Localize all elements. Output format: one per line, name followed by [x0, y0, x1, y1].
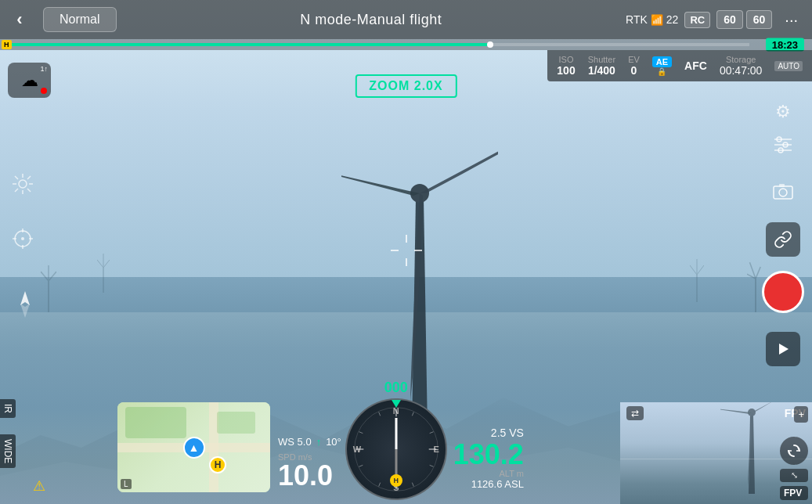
ae-badge: AE	[652, 56, 672, 67]
weather-widget[interactable]: ☁ 1↑	[8, 63, 51, 98]
top-bar: ‹ Normal N mode-Manual flight RTK 📶 22 R…	[0, 0, 812, 39]
map-drone-marker: ▲	[183, 437, 205, 459]
ws-label: WS 5.0	[278, 436, 312, 448]
timeline-track[interactable]: H	[8, 43, 749, 46]
svg-line-28	[27, 189, 31, 192]
map-home-marker: H	[209, 456, 226, 473]
alt-value: 130.2	[453, 441, 524, 469]
timer-badge: 18:23	[766, 38, 804, 52]
compass-dial: N S E W	[345, 398, 447, 500]
svg-line-29	[15, 189, 18, 192]
vertical-speed-row: 2.5 VS	[453, 427, 524, 439]
iso-label: ISO	[559, 55, 574, 64]
rc-label: RC	[690, 14, 705, 26]
iso-setting[interactable]: ISO 100	[557, 55, 575, 77]
map-l-badge: L	[121, 479, 132, 489]
bg-turbine-2	[97, 254, 110, 293]
svg-line-2	[41, 272, 49, 281]
compass-heading-display: 000	[384, 380, 408, 396]
bg-turbine-1	[41, 265, 56, 312]
filter-sliders-icon[interactable]	[773, 136, 793, 157]
svg-rect-47	[779, 184, 785, 187]
lock-icon: 🔒	[657, 67, 666, 76]
ae-setting[interactable]: AE 🔒	[652, 56, 672, 76]
altitude-display: 130.2 ALT m 1126.6 ASL	[453, 441, 524, 490]
north-arrow-indicator	[14, 290, 36, 322]
svg-line-58	[412, 483, 413, 487]
svg-line-27	[15, 176, 18, 179]
fpv-zoom-in-btn[interactable]: +	[794, 406, 808, 423]
wifi-off-icon: 📶	[651, 14, 663, 26]
fpv-expand-btn[interactable]: ⤡	[780, 469, 808, 482]
svg-line-6	[97, 260, 103, 268]
stats-right-panel: 2.5 VS 130.2 ALT m 1126.6 ASL	[453, 427, 524, 490]
compass-home-marker: H	[390, 474, 402, 487]
battery-group: 60 60	[716, 10, 772, 29]
target-reticle[interactable]	[11, 227, 34, 254]
compass-container[interactable]: 000 N S E W	[345, 398, 447, 500]
mode-selector[interactable]: Normal	[43, 7, 117, 32]
compass-needle	[395, 418, 397, 481]
afc-setting[interactable]: AFC	[684, 59, 707, 72]
afc-label: AFC	[684, 59, 707, 72]
auto-setting[interactable]: AUTO	[774, 61, 803, 71]
svg-marker-48	[779, 344, 789, 355]
svg-line-54	[412, 412, 413, 416]
svg-line-55	[379, 412, 381, 416]
mode-label: Normal	[60, 13, 100, 26]
svg-line-59	[379, 483, 381, 487]
fpv-right-controls: +	[794, 406, 808, 423]
timeline-bar[interactable]: H 18:23	[0, 39, 812, 50]
svg-line-30	[27, 176, 31, 179]
playback-button[interactable]	[766, 332, 800, 366]
fpv-swap-icon[interactable]: ⇄	[626, 406, 644, 420]
filter-settings-icon[interactable]: ⚙	[775, 102, 791, 122]
map-green-area	[125, 407, 186, 438]
shutter-setting[interactable]: Shutter 1/400	[588, 55, 615, 77]
fpv-refresh-btn[interactable]	[780, 437, 808, 465]
svg-line-3	[49, 272, 56, 281]
record-button[interactable]	[762, 271, 804, 313]
bottom-left-spacer: ⚠	[0, 398, 59, 504]
map-green-area-2	[217, 412, 255, 434]
sun-symbol	[11, 172, 34, 199]
top-right-controls: RTK 📶 22 RC 60 60 ···	[626, 8, 812, 32]
wind-speed-row: WS 5.0 ↑ 10°	[278, 436, 341, 448]
auto-badge: AUTO	[774, 61, 803, 71]
svg-point-46	[779, 189, 787, 196]
speed-row: SPD m/s 10.0	[278, 452, 341, 490]
storage-setting[interactable]: Storage 00:47:00	[720, 55, 763, 77]
rtk-value: 22	[666, 13, 679, 26]
fpv-bottom-label: FPV	[780, 486, 808, 500]
storage-label: Storage	[726, 55, 756, 64]
back-button[interactable]: ‹	[0, 0, 39, 39]
fpv-bottom-controls: ⤡ FPV	[780, 437, 808, 500]
shutter-label: Shutter	[588, 55, 615, 64]
zoom-badge[interactable]: ZOOM 2.0X	[355, 74, 457, 98]
svg-marker-37	[20, 291, 30, 305]
timeline-dot	[487, 41, 493, 48]
svg-point-22	[19, 180, 27, 188]
ev-setting[interactable]: EV 0	[628, 55, 640, 77]
weather-num: 1↑	[40, 65, 48, 73]
bg-turbine-3	[690, 259, 704, 302]
svg-line-61	[359, 432, 363, 434]
svg-line-60	[359, 465, 363, 466]
right-icons-panel: ⚙	[762, 102, 804, 366]
more-menu-icon[interactable]: ···	[778, 8, 804, 32]
map-widget[interactable]: ▲ H L	[117, 402, 270, 492]
link-icon-button[interactable]	[766, 222, 800, 257]
rtk-label: RTK	[626, 13, 648, 26]
battery1-badge: 60	[716, 10, 743, 29]
fpv-widget[interactable]: FPV ⇄ + ⤡ FPV	[620, 402, 812, 504]
compass-north-indicator	[392, 400, 401, 408]
svg-line-11	[697, 265, 704, 275]
left-icons-panel: ☁ 1↑	[8, 63, 51, 98]
svg-point-32	[21, 237, 24, 240]
asl-value: 1126.6 ASL	[453, 478, 524, 490]
camera-settings-bar: ISO 100 Shutter 1/400 EV 0 AE 🔒 AFC Stor…	[547, 50, 812, 81]
warning-badge: ⚠	[33, 477, 45, 495]
fpv-top-controls: ⇄	[626, 406, 644, 420]
photo-mode-icon[interactable]	[772, 180, 794, 207]
timeline-progress	[8, 43, 490, 46]
